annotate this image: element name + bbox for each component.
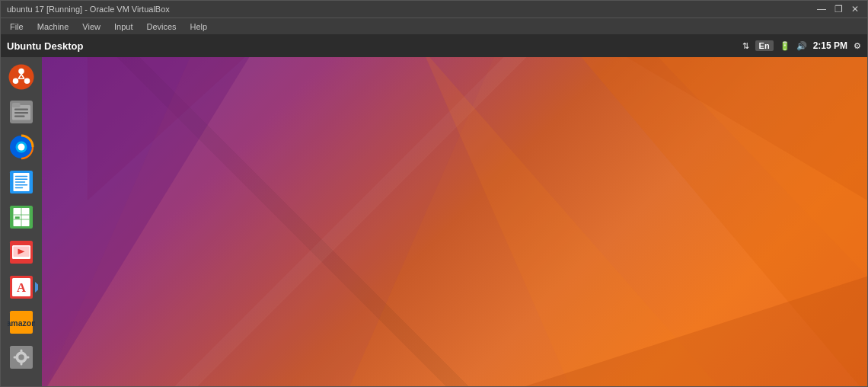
close-button[interactable]: ✕ [849,3,861,15]
title-bar: ubuntu 17 [Running] - Oracle VM VirtualB… [1,1,867,18]
launcher-libreoffice-writer[interactable] [5,165,38,199]
launcher-files[interactable] [5,95,38,129]
menu-machine[interactable]: Machine [31,21,75,33]
launcher-sidebar: A amazon [1,57,42,386]
svg-point-40 [18,354,24,360]
svg-rect-9 [12,103,21,107]
svg-rect-44 [26,357,30,359]
panel-title: Ubuntu Desktop [7,40,83,52]
active-indicator [35,282,38,293]
svg-text:A: A [17,280,26,295]
svg-rect-11 [14,112,28,114]
svg-marker-48 [650,57,867,277]
svg-marker-45 [42,57,254,386]
keyboard-layout-indicator[interactable]: En [755,40,774,51]
svg-rect-43 [14,357,18,359]
svg-marker-51 [612,57,867,200]
launcher-libreoffice-impress[interactable] [5,235,38,269]
restore-button[interactable]: ❐ [832,3,844,15]
svg-marker-47 [574,57,867,386]
svg-point-2 [13,78,19,85]
launcher-firefox[interactable] [5,130,38,164]
menu-help[interactable]: Help [184,21,214,33]
svg-rect-10 [14,109,28,110]
main-area: A amazon [1,57,867,386]
network-icon[interactable]: ⇅ [742,41,749,51]
svg-marker-46 [88,57,255,200]
svg-rect-18 [15,176,28,178]
svg-point-15 [18,144,25,151]
window-controls: — ❐ ✕ [815,3,861,15]
svg-point-3 [24,78,30,85]
svg-rect-19 [15,179,28,181]
launcher-font-viewer[interactable]: A [5,270,38,304]
menu-devices[interactable]: Devices [140,21,182,33]
svg-point-1 [18,69,24,75]
menu-input[interactable]: Input [108,21,139,33]
panel-right-area: ⇅ En 🔋 🔊 2:15 PM ⚙ [742,40,861,51]
menu-view[interactable]: View [76,21,107,33]
svg-marker-49 [42,57,498,386]
launcher-ubuntu-home[interactable] [5,60,38,94]
svg-rect-20 [15,181,26,183]
svg-marker-50 [422,57,726,386]
svg-rect-12 [14,116,25,117]
svg-point-0 [9,65,34,90]
launcher-libreoffice-calc[interactable] [5,200,38,234]
ubuntu-top-panel: Ubuntu Desktop ⇅ En 🔋 🔊 2:15 PM ⚙ [1,34,867,57]
svg-text:amazon: amazon [8,318,35,328]
virtualbox-window: ubuntu 17 [Running] - Oracle VM VirtualB… [0,0,868,387]
launcher-amazon[interactable]: amazon [5,305,38,339]
svg-rect-22 [15,187,24,189]
svg-rect-28 [15,216,20,219]
clock[interactable]: 2:15 PM [813,40,847,51]
svg-marker-52 [498,277,867,386]
ubuntu-desktop[interactable] [42,57,867,386]
window-title: ubuntu 17 [Running] - Oracle VM VirtualB… [7,5,170,14]
menu-file[interactable]: File [4,21,30,33]
svg-rect-41 [21,350,23,353]
svg-rect-42 [21,362,23,366]
menu-bar: File Machine View Input Devices Help [1,18,867,34]
launcher-system-settings[interactable] [5,341,38,374]
volume-icon[interactable]: 🔊 [796,41,807,51]
settings-icon[interactable]: ⚙ [854,41,861,51]
minimize-button[interactable]: — [815,3,828,15]
battery-icon[interactable]: 🔋 [780,41,790,51]
svg-rect-21 [15,184,28,186]
